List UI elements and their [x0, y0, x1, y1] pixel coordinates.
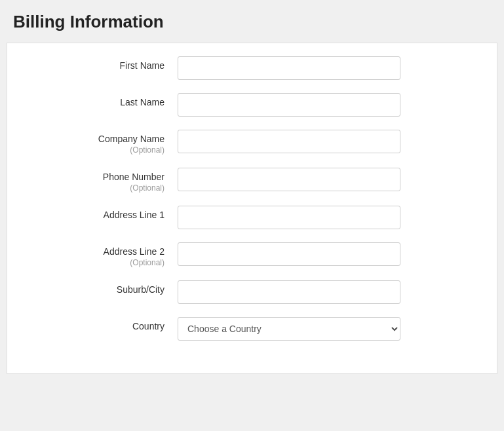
address-line-1-row: Address Line 1 — [33, 206, 471, 229]
phone-number-row: Phone Number (Optional) — [33, 168, 471, 193]
first-name-input[interactable] — [178, 56, 400, 80]
last-name-label-group: Last Name — [33, 93, 178, 107]
phone-number-label-group: Phone Number (Optional) — [33, 168, 178, 193]
company-name-optional: (Optional) — [33, 145, 165, 155]
first-name-label: First Name — [33, 60, 165, 71]
first-name-label-group: First Name — [33, 56, 178, 71]
address-line-2-input[interactable] — [178, 242, 400, 266]
country-label: Country — [33, 321, 165, 331]
company-name-label-group: Company Name (Optional) — [33, 130, 178, 155]
address-line-2-label-group: Address Line 2 (Optional) — [33, 242, 178, 267]
suburb-city-input[interactable] — [178, 280, 400, 304]
last-name-input[interactable] — [178, 93, 400, 117]
phone-number-optional: (Optional) — [33, 183, 165, 193]
phone-number-label: Phone Number — [33, 172, 165, 182]
address-line-2-row: Address Line 2 (Optional) — [33, 242, 471, 267]
address-line-2-label: Address Line 2 — [33, 246, 165, 257]
address-line-1-label-group: Address Line 1 — [33, 206, 178, 220]
first-name-row: First Name — [33, 56, 471, 80]
page-header: Billing Information — [0, 0, 504, 43]
last-name-row: Last Name — [33, 93, 471, 117]
country-select[interactable]: Choose a Country Australia Canada United… — [178, 317, 400, 341]
company-name-label: Company Name — [33, 134, 165, 144]
page-title: Billing Information — [13, 12, 491, 32]
suburb-city-label-group: Suburb/City — [33, 280, 178, 295]
company-name-row: Company Name (Optional) — [33, 130, 471, 155]
address-line-1-input[interactable] — [178, 206, 400, 229]
address-line-1-label: Address Line 1 — [33, 210, 165, 220]
suburb-city-row: Suburb/City — [33, 280, 471, 304]
country-label-group: Country — [33, 317, 178, 331]
billing-form-card: First Name Last Name Company Name (Optio… — [7, 43, 497, 374]
phone-number-input[interactable] — [178, 168, 400, 191]
country-row: Country Choose a Country Australia Canad… — [33, 317, 471, 341]
address-line-2-optional: (Optional) — [33, 258, 165, 267]
company-name-input[interactable] — [178, 130, 400, 153]
suburb-city-label: Suburb/City — [33, 284, 165, 295]
last-name-label: Last Name — [33, 97, 165, 107]
